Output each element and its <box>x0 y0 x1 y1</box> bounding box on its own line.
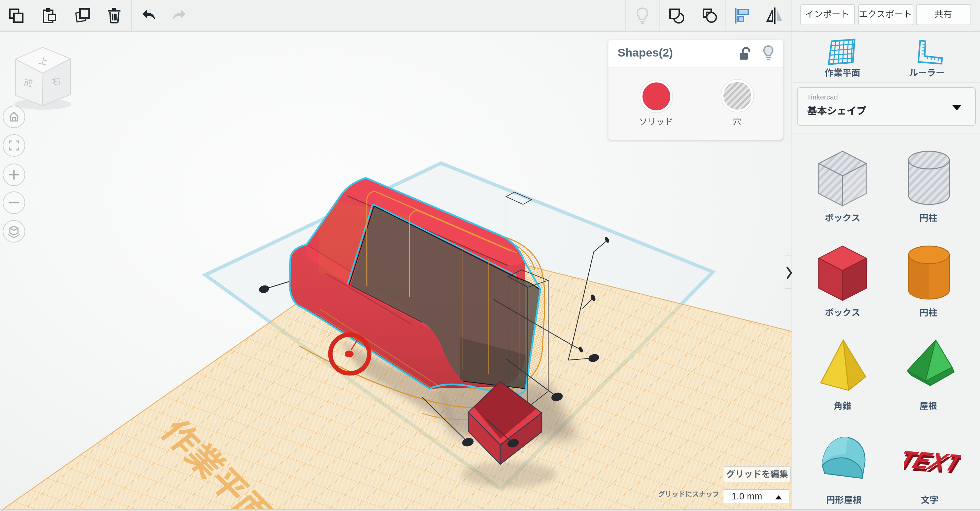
svg-text:TEXT: TEXT <box>904 446 961 476</box>
